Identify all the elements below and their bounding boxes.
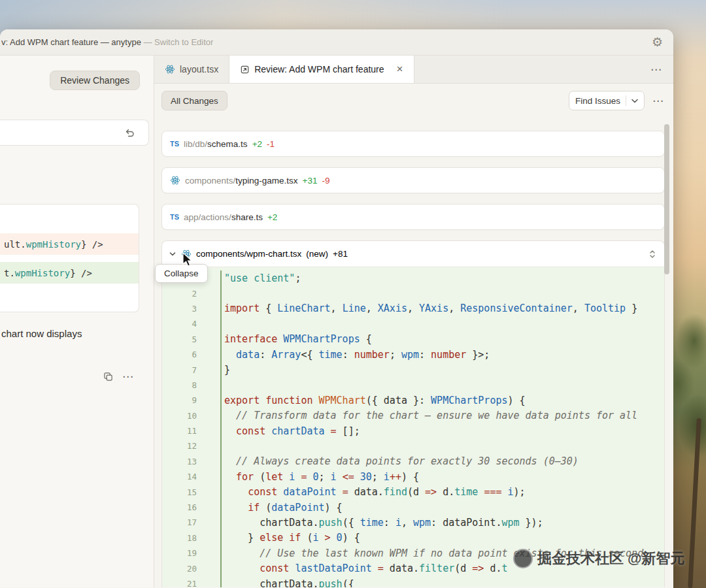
code-line: 8 bbox=[162, 378, 664, 393]
line-number: 3 bbox=[162, 304, 197, 314]
line-number: 2 bbox=[162, 289, 197, 299]
code-line-text: // Always create data points for exactly… bbox=[220, 454, 579, 469]
tab-review-wpm-chart[interactable]: Review: Add WPM chart feature × bbox=[229, 56, 414, 83]
diff-file-icon bbox=[240, 65, 250, 74]
file-path: components/wpm-chart.tsx bbox=[196, 249, 301, 259]
code-line-text: } else if (i > 0) { bbox=[220, 531, 360, 546]
line-number: 5 bbox=[162, 335, 197, 344]
file-card-schema-ts[interactable]: TS lib/db/schema.ts +2 -1 bbox=[161, 131, 665, 157]
line-number: 16 bbox=[162, 502, 197, 512]
line-number: 10 bbox=[162, 411, 197, 421]
window-titlebar: v: Add WPM chart feature — anytype — Swi… bbox=[0, 29, 673, 56]
file-path: lib/db/schema.ts bbox=[184, 139, 248, 149]
file-path: components/typing-game.tsx bbox=[185, 176, 298, 186]
code-line-text: // Transform data for the chart — ensure… bbox=[220, 408, 637, 423]
file-card-typing-game-tsx[interactable]: components/typing-game.tsx +31 -9 bbox=[161, 167, 665, 193]
file-card-share-ts[interactable]: TS app/actions/share.ts +2 bbox=[161, 204, 665, 230]
line-number: 11 bbox=[162, 426, 197, 436]
watermark-text: 掘金技术社区 @新智元 bbox=[537, 549, 685, 568]
removed-count: -1 bbox=[267, 139, 275, 149]
file-dir: components/ bbox=[185, 176, 235, 186]
code-line: 2 bbox=[162, 286, 664, 301]
code-line: 15 const dataPoint = data.find(d => d.ti… bbox=[162, 484, 664, 499]
all-changes-button[interactable]: All Changes bbox=[161, 91, 227, 110]
tab-layout-tsx[interactable]: layout.tsx bbox=[154, 56, 229, 83]
diff-line-added: t.wpmHistory} /> bbox=[0, 262, 139, 284]
code-line-text: const dataPoint = data.find(d => d.time … bbox=[220, 484, 526, 499]
line-number: 7 bbox=[162, 365, 197, 375]
code-line: 3import { LineChart, Line, XAxis, YAxis,… bbox=[162, 301, 664, 316]
window-title: v: Add WPM chart feature — anytype — Swi… bbox=[1, 37, 213, 47]
code-line: 4 bbox=[162, 316, 664, 331]
code-line-text bbox=[220, 438, 224, 453]
review-changes-button[interactable]: Review Changes bbox=[50, 71, 140, 90]
file-name: share.ts bbox=[231, 212, 263, 222]
code-line: 5interface WPMChartProps { bbox=[162, 332, 664, 347]
line-number: 17 bbox=[162, 517, 197, 527]
code-line-text bbox=[220, 286, 224, 301]
file-dir: lib/db/ bbox=[184, 139, 207, 149]
line-number: 4 bbox=[162, 319, 197, 329]
removed-count: -9 bbox=[322, 176, 330, 186]
line-number: 14 bbox=[162, 472, 197, 482]
code-line-text bbox=[220, 378, 224, 393]
code-line: 17 chartData.push({ time: i, wpm: dataPo… bbox=[162, 515, 664, 530]
diff-preview-card[interactable]: ult.wpmHistory} />t.wpmHistory} /> bbox=[0, 204, 139, 312]
code-line-text bbox=[220, 316, 224, 331]
mouse-cursor bbox=[182, 252, 196, 268]
diff-code-view[interactable]: 1"use client";23import { LineChart, Line… bbox=[162, 267, 664, 587]
editor-tabbar: layout.tsx Review: Add WPM chart feature… bbox=[154, 56, 673, 84]
composer-box[interactable] bbox=[0, 120, 149, 146]
settings-gear-icon[interactable]: ⚙ bbox=[652, 36, 663, 48]
typescript-icon: TS bbox=[170, 140, 179, 148]
line-number: 15 bbox=[162, 487, 197, 497]
line-number: 18 bbox=[162, 533, 197, 543]
code-line: 7} bbox=[162, 362, 664, 377]
assistant-message-text: chart now displays bbox=[1, 328, 82, 339]
line-number: 8 bbox=[162, 380, 197, 390]
line-number: 12 bbox=[162, 441, 197, 451]
line-number: 6 bbox=[162, 350, 197, 359]
code-line: 16 if (dataPoint) { bbox=[162, 500, 664, 515]
chevron-down-icon[interactable] bbox=[631, 99, 638, 103]
file-path: app/actions/share.ts bbox=[184, 212, 263, 222]
scrollbar-thumb[interactable] bbox=[664, 124, 669, 274]
review-panel: layout.tsx Review: Add WPM chart feature… bbox=[154, 56, 673, 587]
copy-icon[interactable] bbox=[103, 372, 113, 382]
typescript-icon: TS bbox=[170, 213, 179, 221]
find-issues-button[interactable]: Find Issues bbox=[569, 91, 645, 110]
tab-label: Review: Add WPM chart feature bbox=[254, 64, 384, 74]
expand-collapse-icon[interactable] bbox=[648, 250, 656, 259]
collapse-chevron-icon[interactable] bbox=[169, 250, 176, 258]
react-icon bbox=[165, 64, 175, 74]
watermark-logo bbox=[513, 549, 533, 568]
code-line-text: chartData.push({ bbox=[220, 576, 354, 587]
tab-label: layout.tsx bbox=[180, 64, 218, 74]
code-line-text: const chartData = []; bbox=[220, 423, 360, 438]
code-line-text: "use client"; bbox=[220, 270, 301, 286]
close-tab-icon[interactable]: × bbox=[397, 63, 403, 76]
code-line-text: export function WPMChart({ data }: WPMCh… bbox=[220, 393, 526, 408]
code-line-text: data: Array<{ time: number; wpm: number … bbox=[220, 347, 490, 362]
added-count: +2 bbox=[252, 139, 262, 149]
code-line: 10 // Transform data for the chart — ens… bbox=[162, 408, 664, 423]
file-name: schema.ts bbox=[207, 139, 248, 149]
code-line-text: if (dataPoint) { bbox=[220, 500, 343, 515]
switch-to-editor-link[interactable]: — Switch to Editor bbox=[143, 37, 213, 47]
file-card-wpm-chart-tsx: components/wpm-chart.tsx (new) +81 1"use… bbox=[161, 240, 665, 587]
review-toolbar: All Changes Find Issues ⋯ bbox=[161, 91, 665, 110]
tab-overflow-icon[interactable]: ⋯ bbox=[650, 63, 663, 76]
message-more-options-icon[interactable]: ⋯ bbox=[122, 371, 135, 382]
code-line-text: import { LineChart, Line, XAxis, YAxis, … bbox=[220, 301, 637, 316]
added-count: +31 bbox=[303, 176, 318, 186]
toolbar-more-icon[interactable]: ⋯ bbox=[652, 94, 665, 108]
undo-icon[interactable] bbox=[124, 127, 135, 139]
diff-line-removed: ult.wpmHistory} /> bbox=[0, 233, 139, 255]
react-icon bbox=[170, 175, 180, 186]
line-number: 21 bbox=[162, 579, 197, 587]
file-card-header[interactable]: components/wpm-chart.tsx (new) +81 bbox=[162, 241, 664, 267]
app-window: v: Add WPM chart feature — anytype — Swi… bbox=[0, 29, 673, 588]
code-line: 14 for (let i = 0; i <= 30; i++) { bbox=[162, 469, 664, 484]
code-line: 18 } else if (i > 0) { bbox=[162, 531, 664, 546]
window-title-text: v: Add WPM chart feature — anytype bbox=[1, 37, 143, 47]
